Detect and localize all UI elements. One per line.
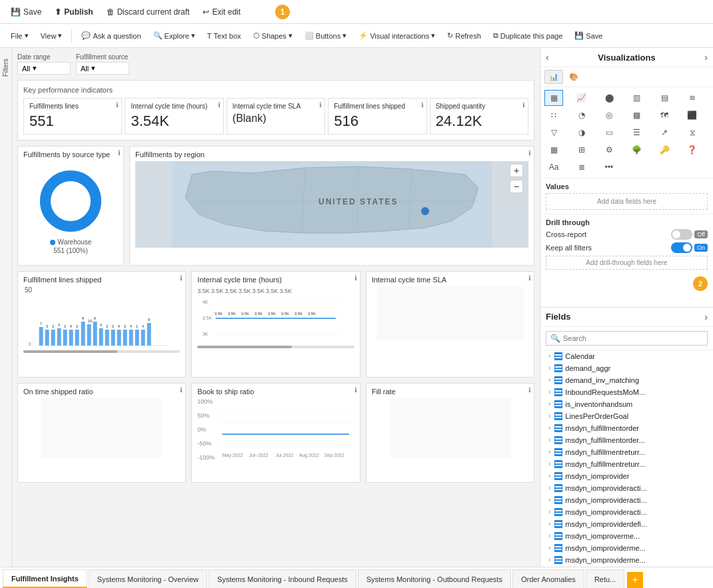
donut-chart-icon[interactable]: ◎: [600, 107, 618, 123]
field-item[interactable]: › msdyn_fulfillmentreturr...: [540, 446, 713, 458]
exit-edit-button[interactable]: ↩ Exit edit: [197, 5, 246, 19]
field-item[interactable]: › msdyn_iomprovideracti...: [540, 494, 713, 506]
map-zoom-out-button[interactable]: −: [510, 180, 523, 193]
chart-info-icon[interactable]: ℹ: [528, 149, 531, 156]
add-drill-box[interactable]: Add drill-through fields here: [546, 256, 708, 270]
slicer-icon[interactable]: ⧖: [683, 125, 702, 141]
textbox-button[interactable]: T Text box: [202, 30, 247, 42]
publish-button[interactable]: ⬆ Publish: [49, 5, 98, 19]
stacked-bar-icon[interactable]: ▦: [544, 90, 563, 106]
field-item[interactable]: › msdyn_iomprovideracti...: [540, 506, 713, 518]
kpi-info-icon[interactable]: ℹ: [421, 101, 424, 109]
stacked-area-icon[interactable]: ▤: [655, 90, 674, 106]
gauge-icon[interactable]: ◑: [572, 125, 591, 141]
qna-icon[interactable]: ❓: [683, 142, 702, 158]
field-item[interactable]: › msdyn_fulfillmentorder: [540, 422, 713, 434]
field-item[interactable]: › msdyn_fulfillmentorder...: [540, 434, 713, 446]
field-item[interactable]: › msdyn_iomproviderme...: [540, 554, 713, 566]
decomp-tree-icon[interactable]: 🌳: [628, 142, 646, 158]
funnel-icon[interactable]: ▽: [544, 125, 563, 141]
field-item[interactable]: › LinesPerOrderGoal: [540, 410, 713, 422]
viz-collapse-right-button[interactable]: ›: [704, 52, 708, 63]
kpi-icon[interactable]: ↗: [655, 125, 674, 141]
field-item[interactable]: › demand_inv_matching: [540, 374, 713, 386]
table-icon[interactable]: ▦: [544, 142, 563, 158]
filled-map-icon[interactable]: ⬛: [683, 107, 702, 123]
tab-systems-monitoring-outbound[interactable]: Systems Monitoring - Outbound Requests: [358, 569, 511, 588]
scrollbar[interactable]: [197, 346, 354, 348]
waterfall-icon[interactable]: ≣: [572, 159, 591, 175]
fields-expand-button[interactable]: ›: [704, 312, 708, 322]
kpi-info-icon[interactable]: ℹ: [116, 101, 119, 109]
multi-row-card-icon[interactable]: ☰: [628, 125, 646, 141]
map-icon[interactable]: 🗺: [655, 107, 674, 123]
tab-retu[interactable]: Retu...: [586, 569, 624, 588]
buttons-icon: ⬜: [305, 31, 314, 40]
field-item[interactable]: › msdyn_iomprovider: [540, 470, 713, 482]
area-chart-icon[interactable]: ⬤: [600, 90, 618, 106]
field-item[interactable]: › msdyn_iomproviderme...: [540, 566, 713, 567]
smart-narrative-icon[interactable]: Aa: [544, 159, 563, 175]
fulfillment-source-select[interactable]: All ▾: [76, 62, 129, 75]
chart-info-icon[interactable]: ℹ: [180, 274, 183, 282]
treemap-icon[interactable]: ▩: [628, 107, 646, 123]
kpi-info-icon[interactable]: ℹ: [522, 101, 525, 109]
scatter-chart-icon[interactable]: ∷: [544, 107, 563, 123]
kpi-info-icon[interactable]: ℹ: [218, 101, 221, 109]
svg-text:4: 4: [100, 323, 103, 327]
pie-chart-icon[interactable]: ◔: [572, 107, 591, 123]
add-fields-box[interactable]: Add data fields here: [546, 193, 708, 210]
keep-filters-toggle[interactable]: [671, 242, 692, 253]
format-tab[interactable]: 🎨: [564, 70, 583, 84]
buttons-button[interactable]: ⬜ Buttons ▾: [299, 29, 352, 42]
map-zoom-in-button[interactable]: +: [510, 164, 523, 177]
field-item[interactable]: › msdyn_iomproviderme...: [540, 542, 713, 554]
field-item[interactable]: › InboundRequestsMoM...: [540, 386, 713, 398]
field-item[interactable]: › msdyn_fulfillmentreturr...: [540, 458, 713, 470]
tab-systems-monitoring-inbound[interactable]: Systems Monitoring - Inbound Requests: [209, 569, 356, 588]
more-viz-icon[interactable]: •••: [600, 159, 618, 175]
tab-order-anomalies[interactable]: Order Anomalies: [512, 569, 584, 588]
shapes-button[interactable]: ⬡ Shapes ▾: [248, 29, 298, 42]
scrollbar[interactable]: [23, 350, 180, 353]
field-item[interactable]: › msdyn_iomproviderdefi...: [540, 518, 713, 530]
field-item[interactable]: › msdyn_iomproverme...: [540, 530, 713, 542]
chart-info-icon[interactable]: ℹ: [355, 386, 357, 394]
file-menu[interactable]: File ▾: [5, 29, 34, 42]
field-item[interactable]: › demand_aggr: [540, 362, 713, 374]
key-influencers-icon[interactable]: 🔑: [655, 142, 674, 158]
chevron-down-icon: ▾: [58, 31, 62, 40]
field-item[interactable]: › msdyn_iomprovideracti...: [540, 482, 713, 494]
viz-collapse-left-button[interactable]: ‹: [546, 52, 549, 63]
card-icon[interactable]: ▭: [600, 125, 618, 141]
build-visual-tab[interactable]: 📊: [544, 70, 563, 84]
tab-systems-monitoring-overview[interactable]: Systems Monitoring - Overview: [89, 569, 207, 588]
chart-info-icon[interactable]: ℹ: [528, 386, 531, 394]
line-chart-icon[interactable]: 📈: [572, 90, 591, 106]
field-item[interactable]: › is_inventonhandsum: [540, 398, 713, 410]
tab-fulfillment-insights[interactable]: Fulfillment Insights: [3, 569, 87, 588]
ask-question-button[interactable]: 💬 Ask a question: [76, 29, 146, 42]
explore-button[interactable]: 🔍 Explore ▾: [148, 29, 201, 42]
chart-info-icon[interactable]: ℹ: [118, 149, 121, 156]
visual-interactions-button[interactable]: ⚡ Visual interactions ▾: [353, 29, 440, 42]
save-button[interactable]: 💾 Save: [5, 5, 47, 19]
field-item[interactable]: › Calendar: [540, 350, 713, 362]
chart-info-icon[interactable]: ℹ: [355, 274, 357, 282]
sec-save-button[interactable]: 💾 Save: [569, 29, 608, 42]
chart-info-icon[interactable]: ℹ: [180, 386, 183, 394]
chart-info-icon[interactable]: ℹ: [528, 274, 531, 282]
matrix-icon[interactable]: ⊞: [572, 142, 591, 158]
duplicate-page-button[interactable]: ⧉ Duplicate this page: [488, 29, 568, 42]
add-tab-button[interactable]: +: [627, 572, 643, 588]
ai-icon[interactable]: ⚙: [600, 142, 618, 158]
refresh-button[interactable]: ↻ Refresh: [442, 29, 486, 42]
discard-button[interactable]: 🗑 Discard current draft: [101, 5, 195, 19]
view-menu[interactable]: View ▾: [35, 29, 68, 42]
date-range-select[interactable]: All ▾: [17, 62, 71, 75]
search-input[interactable]: [563, 334, 703, 342]
ribbon-chart-icon[interactable]: ≋: [683, 90, 702, 106]
kpi-info-icon[interactable]: ℹ: [319, 101, 322, 109]
cross-report-toggle[interactable]: [671, 229, 692, 240]
combo-chart-icon[interactable]: ▥: [628, 90, 646, 106]
